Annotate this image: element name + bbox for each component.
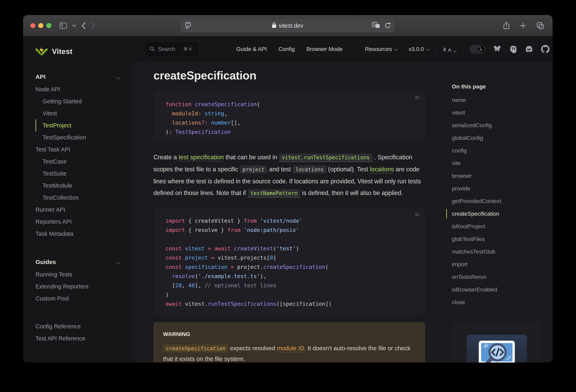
theme-toggle[interactable] <box>470 45 485 53</box>
code-token: createSpecification <box>195 101 257 107</box>
on-this-page-aside: On this page namevitestserializedConfigg… <box>446 62 543 308</box>
nav-link-guide-api[interactable]: Guide & API <box>236 46 267 52</box>
code-lang-label: ts <box>415 94 419 100</box>
share-icon[interactable] <box>503 22 510 30</box>
inline-code: project <box>240 166 267 174</box>
code-token: number <box>211 120 231 126</box>
code-token <box>257 218 260 224</box>
outline-item-provide[interactable]: provide <box>452 182 543 195</box>
code-token: await <box>166 301 182 307</box>
sidebar-toggle-icon[interactable] <box>59 23 67 29</box>
outline-item-globalconfig[interactable]: globalConfig <box>452 132 543 144</box>
url-text[interactable]: vitest.dev <box>279 23 303 29</box>
inline-code-link[interactable]: vitest.runTestSpecifications <box>279 153 373 162</box>
reader-view-icon[interactable] <box>185 22 191 30</box>
brand[interactable]: Vitest <box>35 45 132 58</box>
mastodon-icon[interactable] <box>509 45 517 53</box>
sidebar-item-testcollection[interactable]: TestCollection <box>35 192 120 204</box>
outline-item-config[interactable]: config <box>452 144 543 157</box>
sponsor-card[interactable] <box>452 323 542 362</box>
code-token: { createVitest } <box>185 218 244 224</box>
brand-name: Vitest <box>52 47 72 56</box>
doc-link[interactable]: module ID <box>277 345 304 352</box>
sidebar-item-extending-reporters[interactable]: Extending Reporters <box>35 280 120 293</box>
doc-link[interactable]: locations <box>370 166 394 173</box>
outline-item-import[interactable]: import <box>452 258 543 271</box>
outline-item-name[interactable]: name <box>452 94 543 106</box>
sidebar-item-runner-api[interactable]: Runner API <box>35 204 120 216</box>
sidebar-item-getting-started[interactable]: Getting Started <box>35 95 120 107</box>
code-line: resolve('./example.test.ts'), <box>166 272 413 281</box>
code-token <box>204 245 208 252</box>
discord-icon[interactable] <box>525 46 533 53</box>
sidebar-chevron-icon[interactable] <box>72 24 76 27</box>
code-line: ) <box>166 290 413 299</box>
sidebar-item-vitest[interactable]: Vitest <box>35 107 120 119</box>
close-window-button[interactable] <box>30 23 35 28</box>
navbar-separator <box>463 44 463 54</box>
sidebar-group-guides[interactable]: Guides <box>35 256 120 269</box>
window-controls <box>30 23 51 28</box>
code-token: locations <box>172 120 201 126</box>
text: and test <box>267 166 292 173</box>
tab-overview-icon[interactable] <box>537 22 544 30</box>
sidebar-item-reporters-api[interactable]: Reporters API <box>35 216 120 228</box>
sidebar-item-custom-pool[interactable]: Custom Pool <box>35 293 120 304</box>
reload-icon[interactable] <box>384 22 391 30</box>
sidebar-group-api[interactable]: API <box>35 70 120 83</box>
code-token: : <box>198 110 201 117</box>
sidebar-item-task-metadata[interactable]: Task Metadata <box>35 228 120 240</box>
code-block-signature[interactable]: ts function createSpecification( moduleI… <box>153 91 425 140</box>
outline-item-createspecification[interactable]: createSpecification <box>452 208 543 220</box>
code-line: moduleId: string, <box>166 109 413 118</box>
outline-item-isbrowserenabled[interactable]: isBrowserEnabled <box>452 283 543 296</box>
address-bar[interactable]: vitest.dev A x <box>180 19 395 32</box>
text: that can be used in <box>224 154 279 160</box>
outline-item-globtestfiles[interactable]: globTestFiles <box>452 233 543 245</box>
nav-version-menu[interactable]: v3.0.0 <box>409 46 429 52</box>
sidebar-item-test-api-reference[interactable]: Test API Reference <box>35 332 120 344</box>
inline-code-link[interactable]: testNamePattern <box>248 189 300 198</box>
doc-link[interactable]: test specification <box>178 154 224 160</box>
outline-item-ontestsrerun[interactable]: onTestsRerun <box>452 271 543 283</box>
sidebar-item-config-reference[interactable]: Config Reference <box>35 320 120 332</box>
code-line: import { createVitest } from 'vitest/nod… <box>166 216 413 225</box>
sidebar-item-testcase[interactable]: TestCase <box>35 155 120 168</box>
translate-icon[interactable]: A x <box>372 22 380 30</box>
zoom-window-button[interactable] <box>46 23 51 28</box>
new-tab-icon[interactable] <box>520 22 526 29</box>
back-button[interactable] <box>82 22 86 29</box>
code-token: : <box>169 129 172 135</box>
sidebar-item-testspecification[interactable]: TestSpecification <box>35 131 120 144</box>
code-token: await <box>214 245 231 252</box>
search-button[interactable]: Search ⌘ K <box>145 42 198 56</box>
bluesky-icon[interactable] <box>493 45 501 53</box>
sidebar-item-test-task-api[interactable]: Test Task API <box>35 144 120 155</box>
code-token: './example.test.ts' <box>198 273 260 279</box>
nav-link-browser-mode[interactable]: Browser Mode <box>306 46 343 52</box>
nav-link-config[interactable]: Config <box>279 46 295 52</box>
outline-item-matchestestglob[interactable]: matchesTestGlob <box>452 245 543 258</box>
code-token <box>172 129 175 135</box>
sidebar-item-running-tests[interactable]: Running Tests <box>35 269 120 280</box>
outline-item-browser[interactable]: browser <box>452 170 543 182</box>
sidebar-item-testsuite[interactable]: TestSuite <box>35 168 120 180</box>
outline-item-vite[interactable]: vite <box>452 157 543 170</box>
outline-item-close[interactable]: close <box>452 296 543 308</box>
outline-item-serializedconfig[interactable]: serializedConfig <box>452 119 543 132</box>
sidebar-item-node-api[interactable]: Node API <box>35 83 120 95</box>
search-icon <box>149 46 155 52</box>
outline-item-vitest[interactable]: vitest <box>452 106 543 119</box>
sidebar-item-testmodule[interactable]: TestModule <box>35 180 120 192</box>
github-icon[interactable] <box>541 45 549 53</box>
forward-button[interactable] <box>91 22 95 29</box>
sidebar-item-testproject[interactable]: TestProject <box>35 119 120 131</box>
code-block-example[interactable]: ts import { createVitest } from 'vitest/… <box>153 208 425 314</box>
code-token: = <box>231 264 234 270</box>
minimize-window-button[interactable] <box>38 23 43 28</box>
outline-item-getprovidedcontext[interactable]: getProvidedContext <box>452 195 543 208</box>
outline-item-isrootproject[interactable]: isRootProject <box>452 220 543 233</box>
browser-window: vitest.dev A x <box>23 15 552 362</box>
nav-resources-menu[interactable]: Resources <box>365 46 397 52</box>
language-menu[interactable]: ẋA <box>443 46 456 52</box>
